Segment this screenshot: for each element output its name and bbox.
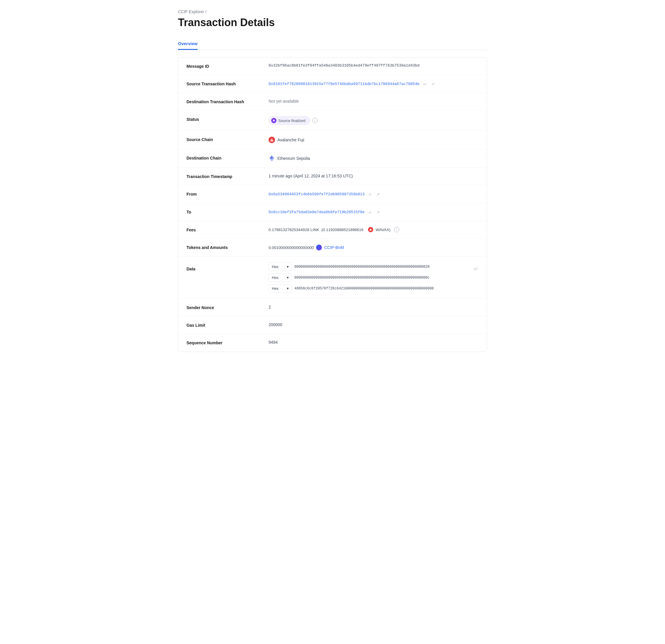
wavax-label: WAVAX) <box>376 228 391 232</box>
row-sequence-number: Sequence Number 9494 <box>178 334 487 352</box>
breadcrumb: CCIP Explorer / <box>178 10 487 14</box>
row-to: To 0x0cc10ef3fa75da83e0e7dea8b8fe719b205… <box>178 203 487 221</box>
ccip-token-icon <box>316 245 322 250</box>
value-gas-limit: 200000 <box>269 322 478 327</box>
row-source-chain: Source Chain Avalanche Fuji <box>178 131 487 149</box>
row-dest-tx-hash: Destination Transaction Hash Not yet ava… <box>178 93 487 111</box>
source-tx-hash-link[interactable]: 0x8101fef78288981813915e77f8e5746bdba697… <box>269 82 420 86</box>
row-dest-chain: Destination Chain Ethereum Sepolia <box>178 149 487 168</box>
value-from: 0x6a534904453fc4b6b599fe7f2d6905807350b8… <box>269 191 478 197</box>
label-to: To <box>187 209 269 214</box>
token-amount: 0.0010000000000000000 <box>269 245 314 250</box>
source-chain-name: Avalanche Fuji <box>278 137 304 142</box>
breadcrumb-parent[interactable]: CCIP Explorer <box>178 10 204 14</box>
fees-info-icon[interactable]: i <box>394 227 399 232</box>
label-source-chain: Source Chain <box>187 137 269 142</box>
svg-rect-0 <box>273 120 274 121</box>
label-sender-nonce: Sender Nonce <box>187 305 269 310</box>
row-timestamp: Transaction Timestamp 1 minute ago (Apri… <box>178 168 487 185</box>
hex-value-2: 0000000000000000000000000000000000000000… <box>294 276 478 280</box>
value-source-chain: Avalanche Fuji <box>269 137 478 143</box>
value-to: 0x0cc10ef3fa75da83e0e7dea8b8fe719b20515f… <box>269 209 478 215</box>
sequence-number-value: 9494 <box>269 340 278 345</box>
data-line-3: Hex ▾ 48656c6c6f20576f726c64210000000000… <box>269 284 478 293</box>
hex-select-3[interactable]: Hex ▾ <box>269 284 292 293</box>
row-message-id: Message ID 0x32bf96ac8b01fe3f04ffa548a34… <box>178 57 487 75</box>
value-data: Hex ▾ 0000000000000000000000000000000000… <box>269 263 478 293</box>
avalanche-icon <box>269 137 275 143</box>
from-address-link[interactable]: 0x6a534904453fc4b6b599fe7f2d6905807350b8… <box>269 192 365 196</box>
label-fees: Fees <box>187 227 269 232</box>
copy-from-address[interactable]: ▱ <box>367 191 373 197</box>
chevron-icon-3: ▾ <box>287 286 289 291</box>
wavax-icon <box>368 227 373 232</box>
hex-value-3: 48656c6c6f20576f726c64210000000000000000… <box>294 286 478 291</box>
label-dest-tx-hash: Destination Transaction Hash <box>187 99 269 104</box>
copy-data-icon: ▱ <box>474 266 477 271</box>
message-id-hash: 0x32bf96ac8b01fe3f04ffa548a3403b3105b4ed… <box>269 63 420 68</box>
timestamp-text: 1 minute ago (April 12, 2024 at 17:16:53… <box>269 174 353 178</box>
page-title: Transaction Details <box>178 16 487 29</box>
external-icon-to: ↗ <box>377 210 380 214</box>
status-badge: Source finalized <box>269 116 310 125</box>
label-timestamp: Transaction Timestamp <box>187 174 269 179</box>
row-sender-nonce: Sender Nonce 2 <box>178 299 487 317</box>
label-source-tx-hash: Source Transaction Hash <box>187 81 269 86</box>
row-gas-limit: Gas Limit 200000 <box>178 317 487 334</box>
row-status: Status Source finalized i <box>178 111 487 131</box>
value-tokens: 0.0010000000000000000 CCIP-BnM <box>269 245 478 250</box>
dest-tx-hash-na: Not yet available <box>269 99 299 103</box>
row-data: Data Hex ▾ 00000000000000000000000000000… <box>178 257 487 299</box>
value-status: Source finalized i <box>269 116 478 125</box>
label-status: Status <box>187 116 269 122</box>
label-dest-chain: Destination Chain <box>187 155 269 160</box>
external-to-address[interactable]: ↗ <box>375 209 381 215</box>
copy-data-button[interactable]: ▱ <box>473 265 478 271</box>
details-card: Message ID 0x32bf96ac8b01fe3f04ffa548a34… <box>178 57 487 352</box>
tabs: Overview <box>178 38 487 50</box>
external-icon-from: ↗ <box>377 192 380 196</box>
label-from: From <box>187 191 269 196</box>
row-fees: Fees 0.17881327825344928 LINK (0.1192088… <box>178 221 487 239</box>
row-from: From 0x6a534904453fc4b6b599fe7f2d6905807… <box>178 185 487 203</box>
to-address-link[interactable]: 0x0cc10ef3fa75da83e0e7dea8b8fe719b20515f… <box>269 210 365 214</box>
chevron-icon-1: ▾ <box>287 265 289 269</box>
value-sequence-number: 9494 <box>269 340 478 345</box>
data-line-1: Hex ▾ 0000000000000000000000000000000000… <box>269 263 478 271</box>
copy-to-address[interactable]: ▱ <box>367 209 373 215</box>
status-pause-icon <box>271 118 277 123</box>
label-tokens: Tokens and Amounts <box>187 245 269 250</box>
value-dest-chain: Ethereum Sepolia <box>269 155 478 162</box>
copy-source-tx-hash[interactable]: ▱ <box>422 81 428 87</box>
status-info-icon[interactable]: i <box>312 118 318 123</box>
breadcrumb-separator: / <box>205 10 206 14</box>
gas-limit-value: 200000 <box>269 322 282 327</box>
label-data: Data <box>187 263 269 271</box>
dest-chain-name: Ethereum Sepolia <box>278 156 310 161</box>
row-tokens: Tokens and Amounts 0.0010000000000000000… <box>178 239 487 257</box>
value-source-tx-hash: 0x8101fef78288981813915e77f8e5746bdba697… <box>269 81 478 87</box>
token-name-link[interactable]: CCIP-BnM <box>324 245 344 250</box>
value-timestamp: 1 minute ago (April 12, 2024 at 17:16:53… <box>269 174 478 178</box>
hex-select-2[interactable]: Hex ▾ <box>269 273 292 282</box>
label-gas-limit: Gas Limit <box>187 322 269 327</box>
label-sequence-number: Sequence Number <box>187 340 269 345</box>
data-line-2: Hex ▾ 0000000000000000000000000000000000… <box>269 273 478 282</box>
tab-overview[interactable]: Overview <box>178 38 197 50</box>
external-source-tx-hash[interactable]: ↗ <box>430 81 436 87</box>
hex-select-1[interactable]: Hex ▾ <box>269 263 292 271</box>
copy-icon: ▱ <box>423 82 426 86</box>
label-message-id: Message ID <box>187 63 269 69</box>
value-fees: 0.17881327825344928 LINK (0.119208885218… <box>269 227 478 232</box>
value-sender-nonce: 2 <box>269 305 478 309</box>
sender-nonce-value: 2 <box>269 305 271 309</box>
row-source-tx-hash: Source Transaction Hash 0x8101fef7828898… <box>178 75 487 93</box>
status-label: Source finalized <box>278 118 305 123</box>
ethereum-icon <box>269 155 275 162</box>
copy-icon-to: ▱ <box>368 210 372 214</box>
hex-value-1: 0000000000000000000000000000000000000000… <box>294 265 478 269</box>
svg-rect-1 <box>274 120 275 121</box>
external-from-address[interactable]: ↗ <box>375 191 381 197</box>
chevron-icon-2: ▾ <box>287 276 289 280</box>
value-dest-tx-hash: Not yet available <box>269 99 478 103</box>
